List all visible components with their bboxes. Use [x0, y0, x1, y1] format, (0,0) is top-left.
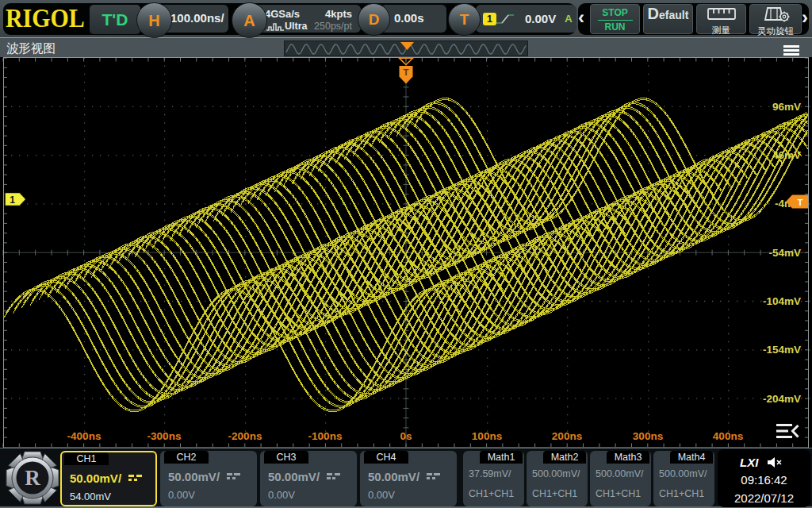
svg-text:-104mV: -104mV [763, 295, 801, 307]
svg-text:200ns: 200ns [552, 430, 582, 442]
svg-text:-154mV: -154mV [763, 344, 801, 356]
svg-text:300ns: 300ns [633, 430, 663, 442]
svg-text:R: R [25, 466, 40, 490]
svg-text:96mV: 96mV [772, 101, 801, 113]
svg-text:400ns: 400ns [713, 430, 743, 442]
svg-text:-300ns: -300ns [147, 430, 182, 442]
svg-text:1: 1 [10, 194, 15, 206]
svg-text:100ns: 100ns [472, 430, 502, 442]
svg-text:T: T [797, 198, 802, 207]
svg-text:-400ns: -400ns [67, 430, 102, 442]
svg-text:-200ns: -200ns [228, 430, 262, 442]
svg-text:-204mV: -204mV [763, 393, 801, 405]
svg-text:46mV: 46mV [772, 149, 801, 161]
svg-text:-54mV: -54mV [768, 247, 801, 259]
svg-text:-100ns: -100ns [308, 430, 343, 442]
svg-text:0s: 0s [400, 430, 412, 442]
svg-text:T: T [403, 67, 408, 77]
